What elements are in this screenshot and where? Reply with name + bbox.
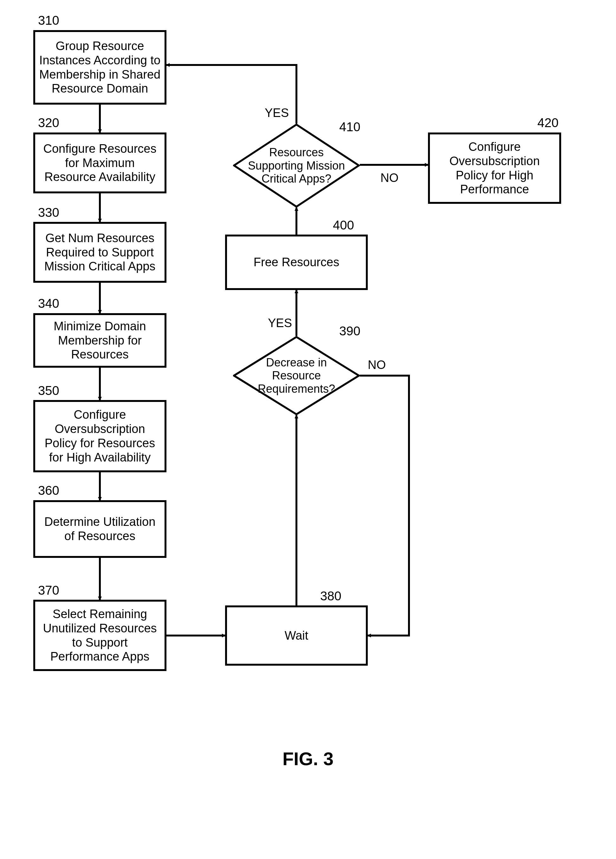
node-number-370: 370 [38, 583, 59, 598]
node-number-310: 310 [38, 13, 59, 28]
edge-label-390-yes: YES [268, 316, 292, 330]
node-number-420: 420 [537, 116, 559, 130]
process-380: Wait [225, 605, 368, 665]
process-340: Minimize Domain Membership for Resources [33, 313, 166, 368]
decision-390-text: Decrease in Resource Requirements? [246, 356, 347, 395]
process-370-text: Select Remaining Unutilized Resources to… [38, 607, 161, 664]
decision-390: Decrease in Resource Requirements? [233, 336, 360, 415]
process-400: Free Resources [225, 234, 368, 290]
process-330-text: Get Num Resources Required to Support Mi… [38, 231, 161, 273]
process-420: Configure Oversubscription Policy for Hi… [428, 133, 561, 204]
node-number-380: 380 [320, 589, 341, 603]
node-number-400: 400 [333, 218, 354, 232]
process-320: Configure Resources for Maximum Resource… [33, 133, 166, 194]
process-370: Select Remaining Unutilized Resources to… [33, 600, 166, 671]
decision-410-text: Resources Supporting Mission Critical Ap… [246, 146, 347, 185]
process-310-text: Group Resource Instances According to Me… [38, 39, 161, 96]
decision-410: Resources Supporting Mission Critical Ap… [233, 123, 360, 208]
process-400-text: Free Resources [253, 255, 339, 269]
process-380-text: Wait [285, 629, 308, 643]
process-360: Determine Utilization of Resources [33, 500, 166, 558]
process-350-text: Configure Oversubscription Policy for Re… [38, 408, 161, 464]
node-number-360: 360 [38, 483, 59, 498]
edge-label-390-no: NO [368, 358, 386, 372]
process-310: Group Resource Instances According to Me… [33, 30, 166, 105]
process-350: Configure Oversubscription Policy for Re… [33, 400, 166, 472]
node-number-330: 330 [38, 205, 59, 220]
process-420-text: Configure Oversubscription Policy for Hi… [433, 140, 556, 197]
process-340-text: Minimize Domain Membership for Resources [38, 319, 161, 362]
node-number-340: 340 [38, 297, 59, 311]
figure-caption: FIG. 3 [0, 748, 616, 769]
node-number-350: 350 [38, 384, 59, 398]
process-330: Get Num Resources Required to Support Mi… [33, 222, 166, 283]
process-320-text: Configure Resources for Maximum Resource… [38, 142, 161, 184]
node-number-320: 320 [38, 116, 59, 130]
flowchart-canvas: 310 Group Resource Instances According t… [0, 0, 616, 859]
edge-label-410-yes: YES [265, 106, 289, 120]
edge-label-410-no: NO [380, 171, 399, 185]
process-360-text: Determine Utilization of Resources [38, 515, 161, 543]
